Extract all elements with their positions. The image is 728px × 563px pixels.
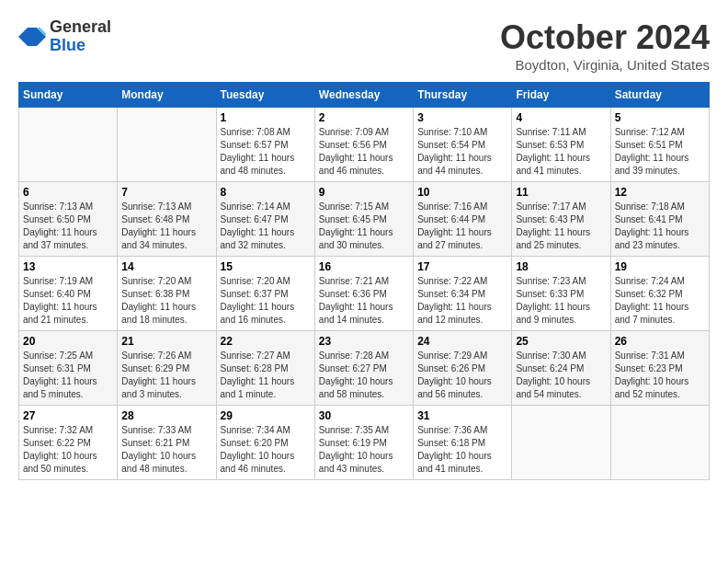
calendar-cell: 31Sunrise: 7:36 AM Sunset: 6:18 PM Dayli… bbox=[414, 406, 512, 480]
day-number: 4 bbox=[516, 111, 606, 124]
day-number: 11 bbox=[516, 186, 606, 199]
day-number: 8 bbox=[221, 186, 311, 199]
day-info: Sunrise: 7:30 AM Sunset: 6:24 PM Dayligh… bbox=[516, 350, 606, 401]
day-info: Sunrise: 7:08 AM Sunset: 6:57 PM Dayligh… bbox=[221, 126, 311, 178]
day-number: 30 bbox=[319, 409, 409, 422]
calendar-cell: 30Sunrise: 7:35 AM Sunset: 6:19 PM Dayli… bbox=[314, 406, 413, 480]
calendar-cell: 22Sunrise: 7:27 AM Sunset: 6:28 PM Dayli… bbox=[216, 331, 314, 406]
calendar-cell: 28Sunrise: 7:33 AM Sunset: 6:21 PM Dayli… bbox=[118, 406, 216, 480]
day-number: 2 bbox=[319, 111, 409, 124]
day-info: Sunrise: 7:14 AM Sunset: 6:47 PM Dayligh… bbox=[221, 201, 311, 252]
day-info: Sunrise: 7:10 AM Sunset: 6:54 PM Dayligh… bbox=[417, 126, 507, 178]
calendar-cell: 13Sunrise: 7:19 AM Sunset: 6:40 PM Dayli… bbox=[19, 257, 118, 331]
calendar-cell: 24Sunrise: 7:29 AM Sunset: 6:26 PM Dayli… bbox=[414, 331, 512, 406]
day-info: Sunrise: 7:20 AM Sunset: 6:38 PM Dayligh… bbox=[121, 275, 211, 327]
header-cell-monday: Monday bbox=[118, 83, 216, 108]
day-number: 29 bbox=[221, 409, 311, 422]
day-info: Sunrise: 7:29 AM Sunset: 6:26 PM Dayligh… bbox=[417, 350, 507, 401]
calendar-cell: 23Sunrise: 7:28 AM Sunset: 6:27 PM Dayli… bbox=[314, 331, 413, 406]
day-info: Sunrise: 7:11 AM Sunset: 6:53 PM Dayligh… bbox=[516, 126, 606, 178]
day-info: Sunrise: 7:12 AM Sunset: 6:51 PM Dayligh… bbox=[615, 126, 705, 178]
day-number: 26 bbox=[615, 335, 705, 348]
calendar-cell bbox=[512, 406, 610, 480]
calendar-cell: 1Sunrise: 7:08 AM Sunset: 6:57 PM Daylig… bbox=[216, 108, 314, 182]
calendar-cell: 15Sunrise: 7:20 AM Sunset: 6:37 PM Dayli… bbox=[216, 257, 314, 331]
week-row: 27Sunrise: 7:32 AM Sunset: 6:22 PM Dayli… bbox=[19, 406, 710, 480]
day-info: Sunrise: 7:25 AM Sunset: 6:31 PM Dayligh… bbox=[23, 350, 113, 401]
calendar-header: SundayMondayTuesdayWednesdayThursdayFrid… bbox=[19, 83, 710, 108]
day-number: 24 bbox=[417, 335, 507, 348]
logo-text: General Blue bbox=[50, 18, 111, 55]
month-title: October 2024 bbox=[500, 18, 710, 57]
header-cell-wednesday: Wednesday bbox=[314, 83, 413, 108]
calendar-cell: 26Sunrise: 7:31 AM Sunset: 6:23 PM Dayli… bbox=[610, 331, 709, 406]
calendar-table: SundayMondayTuesdayWednesdayThursdayFrid… bbox=[18, 82, 710, 480]
calendar-cell: 5Sunrise: 7:12 AM Sunset: 6:51 PM Daylig… bbox=[610, 108, 709, 182]
day-number: 9 bbox=[319, 186, 409, 199]
day-number: 22 bbox=[221, 335, 311, 348]
calendar-cell: 25Sunrise: 7:30 AM Sunset: 6:24 PM Dayli… bbox=[512, 331, 610, 406]
logo: General Blue bbox=[18, 18, 111, 55]
day-number: 15 bbox=[221, 260, 311, 273]
day-number: 20 bbox=[23, 335, 113, 348]
calendar-cell: 20Sunrise: 7:25 AM Sunset: 6:31 PM Dayli… bbox=[19, 331, 118, 406]
day-info: Sunrise: 7:17 AM Sunset: 6:43 PM Dayligh… bbox=[516, 201, 606, 252]
calendar-cell bbox=[610, 406, 709, 480]
header-cell-friday: Friday bbox=[512, 83, 610, 108]
week-row: 13Sunrise: 7:19 AM Sunset: 6:40 PM Dayli… bbox=[19, 257, 710, 331]
day-info: Sunrise: 7:31 AM Sunset: 6:23 PM Dayligh… bbox=[615, 350, 705, 401]
calendar-cell: 7Sunrise: 7:13 AM Sunset: 6:48 PM Daylig… bbox=[118, 182, 216, 257]
calendar-cell: 29Sunrise: 7:34 AM Sunset: 6:20 PM Dayli… bbox=[216, 406, 314, 480]
calendar-cell: 3Sunrise: 7:10 AM Sunset: 6:54 PM Daylig… bbox=[414, 108, 512, 182]
calendar-cell: 17Sunrise: 7:22 AM Sunset: 6:34 PM Dayli… bbox=[414, 257, 512, 331]
calendar-cell: 18Sunrise: 7:23 AM Sunset: 6:33 PM Dayli… bbox=[512, 257, 610, 331]
day-info: Sunrise: 7:15 AM Sunset: 6:45 PM Dayligh… bbox=[319, 201, 409, 252]
logo-blue: Blue bbox=[50, 37, 111, 55]
calendar-cell: 14Sunrise: 7:20 AM Sunset: 6:38 PM Dayli… bbox=[118, 257, 216, 331]
calendar-cell: 19Sunrise: 7:24 AM Sunset: 6:32 PM Dayli… bbox=[610, 257, 709, 331]
calendar-cell: 21Sunrise: 7:26 AM Sunset: 6:29 PM Dayli… bbox=[118, 331, 216, 406]
day-info: Sunrise: 7:16 AM Sunset: 6:44 PM Dayligh… bbox=[417, 201, 507, 252]
day-info: Sunrise: 7:13 AM Sunset: 6:50 PM Dayligh… bbox=[23, 201, 113, 252]
day-info: Sunrise: 7:36 AM Sunset: 6:18 PM Dayligh… bbox=[417, 424, 507, 476]
calendar-cell: 2Sunrise: 7:09 AM Sunset: 6:56 PM Daylig… bbox=[314, 108, 413, 182]
header-row: SundayMondayTuesdayWednesdayThursdayFrid… bbox=[19, 83, 710, 108]
day-info: Sunrise: 7:09 AM Sunset: 6:56 PM Dayligh… bbox=[319, 126, 409, 178]
day-number: 3 bbox=[417, 111, 507, 124]
logo-general: General bbox=[50, 18, 111, 37]
header-cell-saturday: Saturday bbox=[610, 83, 709, 108]
page-header: General Blue October 2024 Boydton, Virgi… bbox=[18, 18, 710, 73]
day-number: 25 bbox=[516, 335, 606, 348]
day-number: 18 bbox=[516, 260, 606, 273]
day-info: Sunrise: 7:33 AM Sunset: 6:21 PM Dayligh… bbox=[121, 424, 211, 476]
day-number: 19 bbox=[615, 260, 705, 273]
day-number: 28 bbox=[121, 409, 211, 422]
day-number: 14 bbox=[121, 260, 211, 273]
day-number: 21 bbox=[121, 335, 211, 348]
day-number: 23 bbox=[319, 335, 409, 348]
day-number: 12 bbox=[615, 186, 705, 199]
title-block: October 2024 Boydton, Virginia, United S… bbox=[500, 18, 710, 73]
calendar-cell: 6Sunrise: 7:13 AM Sunset: 6:50 PM Daylig… bbox=[19, 182, 118, 257]
day-number: 1 bbox=[221, 111, 311, 124]
day-info: Sunrise: 7:34 AM Sunset: 6:20 PM Dayligh… bbox=[221, 424, 311, 476]
day-info: Sunrise: 7:24 AM Sunset: 6:32 PM Dayligh… bbox=[615, 275, 705, 327]
day-info: Sunrise: 7:27 AM Sunset: 6:28 PM Dayligh… bbox=[221, 350, 311, 401]
day-number: 17 bbox=[417, 260, 507, 273]
day-number: 16 bbox=[319, 260, 409, 273]
header-cell-sunday: Sunday bbox=[19, 83, 118, 108]
day-number: 31 bbox=[417, 409, 507, 422]
calendar-cell bbox=[19, 108, 118, 182]
day-info: Sunrise: 7:32 AM Sunset: 6:22 PM Dayligh… bbox=[23, 424, 113, 476]
calendar-cell: 10Sunrise: 7:16 AM Sunset: 6:44 PM Dayli… bbox=[414, 182, 512, 257]
day-info: Sunrise: 7:13 AM Sunset: 6:48 PM Dayligh… bbox=[121, 201, 211, 252]
location: Boydton, Virginia, United States bbox=[500, 57, 710, 73]
calendar-cell: 12Sunrise: 7:18 AM Sunset: 6:41 PM Dayli… bbox=[610, 182, 709, 257]
logo-icon bbox=[18, 23, 46, 51]
day-info: Sunrise: 7:21 AM Sunset: 6:36 PM Dayligh… bbox=[319, 275, 409, 327]
day-info: Sunrise: 7:19 AM Sunset: 6:40 PM Dayligh… bbox=[23, 275, 113, 327]
day-info: Sunrise: 7:28 AM Sunset: 6:27 PM Dayligh… bbox=[319, 350, 409, 401]
header-cell-tuesday: Tuesday bbox=[216, 83, 314, 108]
day-info: Sunrise: 7:26 AM Sunset: 6:29 PM Dayligh… bbox=[121, 350, 211, 401]
calendar-cell: 11Sunrise: 7:17 AM Sunset: 6:43 PM Dayli… bbox=[512, 182, 610, 257]
